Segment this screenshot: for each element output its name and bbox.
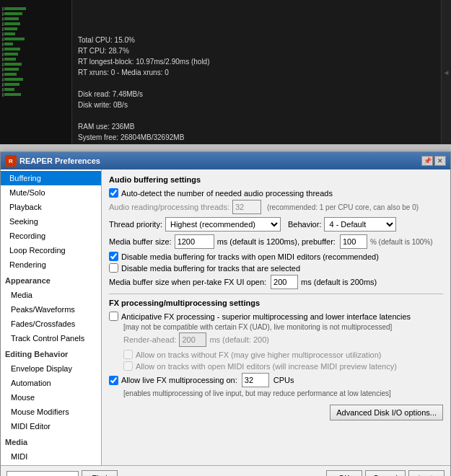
sidebar-header-appearance: Appearance <box>1 272 101 288</box>
sidebar-item-mute-solo[interactable]: Mute/Solo <box>1 185 101 200</box>
sidebar-item-peaks-waveforms[interactable]: Peaks/Waveforms <box>1 302 101 317</box>
threads-label: Audio reading/processing threads: <box>109 203 229 211</box>
allow-no-fx-label: Allow on tracks without FX (may give hig… <box>136 351 382 359</box>
monitor-left <box>0 0 72 144</box>
stat-disk-write: Disk write: 0B/s <box>78 100 435 110</box>
stat-rt-block: RT longest-block: 10.97ms/2.90ms (hold) <box>78 56 435 67</box>
disable-midi-label: Disable media buffering for tracks with … <box>121 252 379 261</box>
media-buffer-label: Media buffer size: <box>109 237 172 246</box>
divider-1 <box>109 294 443 294</box>
behavior-select[interactable]: 4 - Default 1 2 3 <box>324 217 396 232</box>
render-ahead-label: Render-ahead: <box>123 335 176 344</box>
live-fx-label: Allow live FX multiprocessing on: <box>121 376 237 384</box>
perf-stats: Total CPU: 15.0% RT CPU: 28.7% RT longes… <box>72 32 441 167</box>
sidebar-header-media: Media <box>1 433 101 449</box>
media-buffer-input[interactable] <box>175 234 214 249</box>
sidebar-item-media[interactable]: Media <box>1 288 101 302</box>
media-buffer-ui-label: Media buffer size when per-take FX UI op… <box>109 278 266 286</box>
render-ahead-unit: ms (default: 200) <box>209 335 269 344</box>
sidebar-item-track-control-panels[interactable]: Track Control Panels <box>1 331 101 345</box>
stat-blank2 <box>78 110 435 121</box>
pref-body: Buffering Mute/Solo Playback Seeking Rec… <box>1 169 450 465</box>
stat-xruns: RT xruns: 0 - Media xruns: 0 <box>78 67 435 78</box>
render-ahead-input <box>179 332 206 347</box>
stat-system-free: System free: 26804MB/32692MB <box>78 132 435 143</box>
autodetect-label: Auto-detect the number of needed audio p… <box>121 189 333 198</box>
render-ahead-row: Render-ahead: ms (default: 200) <box>123 332 443 347</box>
disable-selected-label: Disable media buffering for tracks that … <box>121 264 300 273</box>
behavior-label: Behavior: <box>288 220 321 229</box>
anticipative-row: Anticipative FX processing - superior mu… <box>109 312 443 321</box>
live-fx-unit: CPUs <box>273 376 294 384</box>
allow-midi-row: Allow on tracks with open MIDI editors (… <box>123 361 443 371</box>
autodetect-checkbox[interactable] <box>109 188 118 198</box>
stat-ram: RAM use: 236MB <box>78 121 435 132</box>
allow-no-fx-checkbox <box>123 350 133 359</box>
sidebar-item-rendering[interactable]: Rendering <box>1 257 101 272</box>
sidebar-item-playback[interactable]: Playback <box>1 200 101 214</box>
resize-handle[interactable]: ◄ <box>441 0 451 144</box>
ok-cancel-area: OK Cancel Apply <box>326 470 445 476</box>
titlebar: R REAPER Preferences 📌 ✕ <box>1 152 450 169</box>
allow-midi-label: Allow on tracks with open MIDI editors (… <box>136 362 397 371</box>
sidebar-item-mouse-modifiers[interactable]: Mouse Modifiers <box>1 405 101 419</box>
sidebar-item-recording[interactable]: Recording <box>1 229 101 243</box>
sidebar-item-loop-recording[interactable]: Loop Recording <box>1 243 101 257</box>
anticipative-checkbox[interactable] <box>109 312 118 321</box>
stat-rt-cpu: RT CPU: 28.7% <box>78 45 435 56</box>
sidebar-item-video-import-misc[interactable]: Video/Import/Misc <box>1 464 101 465</box>
disable-midi-checkbox[interactable] <box>109 252 118 261</box>
adv-disk-area: Advanced Disk I/O options... <box>109 405 443 420</box>
prebuffer-input[interactable] <box>340 234 367 249</box>
autodetect-row: Auto-detect the number of needed audio p… <box>109 188 443 198</box>
thread-priority-label: Thread priority: <box>109 220 162 229</box>
live-fx-note: [enables multiprocessing of live input, … <box>123 389 443 397</box>
thread-priority-select[interactable]: Highest (recommended) Above Normal Norma… <box>165 217 281 232</box>
reaper-logo-icon: R <box>5 155 17 167</box>
media-buffer-ui-row: Media buffer size when per-take FX UI op… <box>109 275 443 289</box>
close-button[interactable]: ✕ <box>434 156 446 166</box>
disable-midi-row: Disable media buffering for tracks with … <box>109 252 443 261</box>
allow-no-fx-row: Allow on tracks without FX (may give hig… <box>123 350 443 359</box>
fx-section-title: FX processing/multiprocessing settings <box>109 299 443 307</box>
audio-threads-row: Audio reading/processing threads: 32 (re… <box>109 200 443 214</box>
anticipative-label: Anticipative FX processing - superior mu… <box>121 312 411 321</box>
media-buffer-ui-input[interactable] <box>271 275 298 289</box>
sidebar-item-seeking[interactable]: Seeking <box>1 214 101 229</box>
threads-input: 32 <box>232 200 261 214</box>
sidebar-item-midi-editor[interactable]: MIDI Editor <box>1 419 101 433</box>
preferences-window: R REAPER Preferences 📌 ✕ Buffering Mute/… <box>0 151 451 476</box>
media-buffer-unit: ms (default is 1200ms), prebuffer: <box>217 237 336 246</box>
sidebar: Buffering Mute/Solo Playback Seeking Rec… <box>1 169 102 465</box>
sidebar-item-midi[interactable]: MIDI <box>1 449 101 464</box>
find-button[interactable]: Find <box>82 470 118 476</box>
titlebar-buttons[interactable]: 📌 ✕ <box>421 156 446 166</box>
media-buffer-ui-unit: ms (default is 200ms) <box>301 278 377 286</box>
monitor-section: cur/avg: 15.02/5.68% range: 0.0-20.1% To… <box>0 0 451 144</box>
titlebar-left: R REAPER Preferences <box>5 155 100 167</box>
allow-midi-checkbox <box>123 361 133 371</box>
adv-disk-button[interactable]: Advanced Disk I/O options... <box>330 405 443 420</box>
sidebar-item-envelope-display[interactable]: Envelope Display <box>1 361 101 376</box>
anticipative-note: [may not be compatible with certain FX (… <box>123 323 443 331</box>
media-buffer-row: Media buffer size: ms (default is 1200ms… <box>109 234 443 249</box>
cancel-button[interactable]: Cancel <box>365 470 406 476</box>
sidebar-item-fades-crossfades[interactable]: Fades/Crossfades <box>1 317 101 331</box>
live-fx-checkbox[interactable] <box>109 376 118 385</box>
sidebar-item-automation[interactable]: Automation <box>1 376 101 390</box>
pin-button[interactable]: 📌 <box>421 156 433 166</box>
sidebar-item-mouse[interactable]: Mouse <box>1 390 101 405</box>
disable-selected-checkbox[interactable] <box>109 263 118 273</box>
disable-selected-row: Disable media buffering for tracks that … <box>109 263 443 273</box>
sidebar-header-editing: Editing Behavior <box>1 345 101 361</box>
window-title: REAPER Preferences <box>19 157 100 165</box>
ok-button[interactable]: OK <box>326 470 362 476</box>
live-fx-input[interactable] <box>242 373 269 387</box>
section-title: Audio buffering settings <box>109 175 443 184</box>
search-input[interactable] <box>6 471 79 476</box>
stat-blank1 <box>78 78 435 89</box>
apply-button[interactable]: Apply <box>408 470 445 476</box>
sidebar-item-buffering[interactable]: Buffering <box>1 171 101 185</box>
prebuffer-note: % (default is 100%) <box>370 238 433 246</box>
stat-total-cpu: Total CPU: 15.0% <box>78 35 435 45</box>
